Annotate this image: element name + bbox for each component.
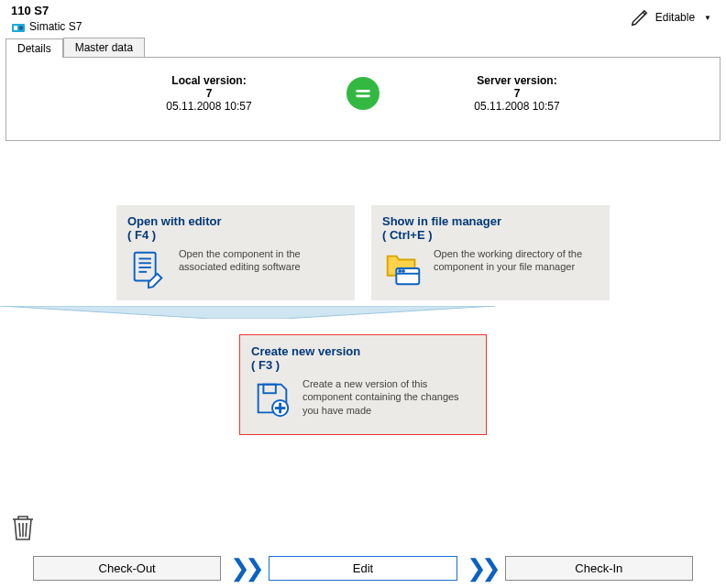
version-equal-icon: [346, 77, 380, 110]
svg-line-17: [19, 523, 20, 537]
document-edit-icon: [127, 247, 170, 289]
subtitle-text: Simatic S7: [29, 20, 82, 33]
open-with-editor-card[interactable]: Open with editor ( F4 ) Open the compone…: [116, 205, 355, 300]
pencil-icon: [630, 7, 650, 27]
card-description: Open the working directory of the compon…: [434, 247, 599, 274]
svg-marker-12: [0, 306, 495, 319]
svg-rect-13: [263, 385, 275, 394]
server-version-number: 7: [434, 87, 600, 100]
local-version-label: Local version:: [126, 74, 292, 87]
card-shortcut: ( F3 ): [251, 358, 475, 372]
flow-funnel-icon: [0, 306, 495, 319]
svg-rect-3: [135, 253, 156, 281]
page-subtitle: Simatic S7: [11, 19, 82, 34]
card-title: Create new version: [251, 344, 475, 358]
folder-window-icon: [382, 247, 424, 289]
svg-rect-1: [14, 26, 17, 30]
local-version-timestamp: 05.11.2008 10:57: [126, 100, 292, 113]
page-title: 110 S7: [11, 4, 82, 17]
save-add-icon: [251, 377, 293, 419]
svg-point-11: [402, 270, 404, 272]
server-version-timestamp: 05.11.2008 10:57: [434, 100, 600, 113]
local-version-block: Local version: 7 05.11.2008 10:57: [126, 74, 292, 113]
card-title: Open with editor: [127, 214, 344, 228]
server-version-block: Server version: 7 05.11.2008 10:57: [434, 74, 600, 113]
svg-line-19: [26, 523, 27, 537]
editable-label: Editable: [655, 11, 695, 24]
chevron-right-icon: ❯❯: [230, 554, 259, 583]
tab-details[interactable]: Details: [6, 38, 63, 58]
server-version-label: Server version:: [434, 74, 600, 87]
editable-dropdown[interactable]: Editable ▼: [622, 4, 719, 31]
card-title: Show in file manager: [382, 214, 599, 228]
checkout-step-button[interactable]: Check-Out: [33, 556, 221, 581]
card-shortcut: ( Ctrl+E ): [382, 228, 599, 242]
show-in-file-manager-card[interactable]: Show in file manager ( Ctrl+E ) Open the…: [371, 205, 610, 300]
svg-point-2: [19, 26, 23, 29]
details-panel: Local version: 7 05.11.2008 10:57 Server…: [6, 57, 720, 141]
chevron-down-icon: ▼: [704, 14, 711, 22]
tab-master-data[interactable]: Master data: [63, 38, 145, 57]
edit-step-button[interactable]: Edit: [269, 556, 456, 581]
checkin-step-button[interactable]: Check-In: [505, 556, 693, 581]
svg-point-10: [399, 270, 401, 272]
simatic-icon: [11, 19, 26, 34]
delete-button[interactable]: [9, 512, 37, 546]
card-shortcut: ( F4 ): [127, 228, 344, 242]
chevron-right-icon: ❯❯: [467, 554, 496, 583]
card-description: Open the component in the associated edi…: [179, 247, 344, 274]
create-new-version-card[interactable]: Create new version ( F3 ) Create a new v…: [239, 334, 487, 435]
local-version-number: 7: [126, 87, 292, 100]
card-description: Create a new version of this component c…: [302, 377, 468, 417]
